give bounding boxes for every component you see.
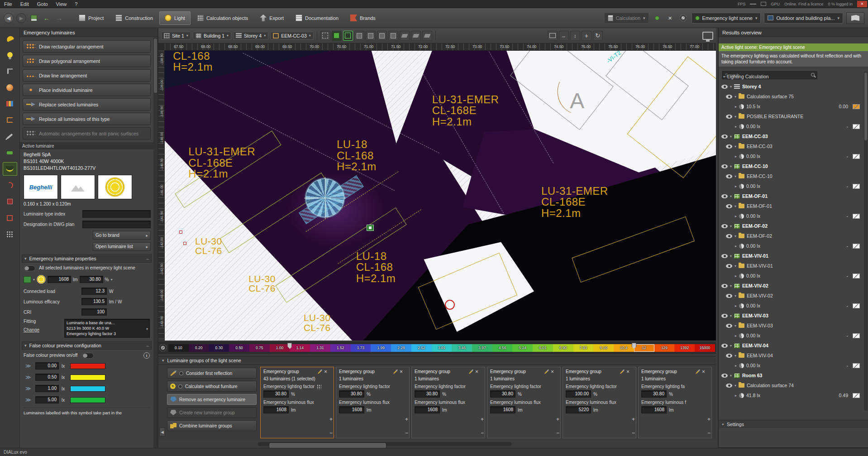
light-scene-dropdown[interactable]: Emergency light scene▾ [692,13,761,24]
view-perspective[interactable] [388,31,398,41]
cancel-button[interactable]: × [665,13,675,23]
scale-segment[interactable]: 9.10 [593,344,614,352]
render-solid[interactable] [332,31,342,41]
visibility-icon[interactable] [721,254,728,258]
tree-row-calculation-surface-75[interactable]: ▾Calculation surface 75 [719,91,863,101]
tree-value-row[interactable]: ▸10.5 lx0.00 [719,101,863,111]
tree-value-row[interactable]: ▸0.00 lx- [719,331,863,341]
scale-segment[interactable]: 12 [634,344,654,352]
plane-z[interactable] [422,31,432,41]
tab-export[interactable]: Export [254,11,289,25]
emergency-group-card[interactable]: Emergency group×1 luminairesEmergency li… [336,367,410,438]
threshold-colour-swatch[interactable] [70,374,105,380]
tree-value-row[interactable]: ▸0.00 lx- [719,360,863,370]
info-icon[interactable] [143,352,150,359]
scale-segment[interactable]: 0.50 [229,344,249,352]
scale-segment[interactable]: 4.56 [492,344,513,352]
emergency-factor-input[interactable]: 30.80 [80,276,103,283]
result-swatch[interactable] [853,274,860,278]
tree-value-row[interactable]: ▸0.00 lx- [719,271,863,281]
result-swatch[interactable] [853,124,860,129]
change-link[interactable]: Change [24,327,62,332]
chart-tool[interactable] [3,97,17,110]
emergency-group-card[interactable]: Emergency group×1 luminairesEmergency li… [411,367,485,438]
visibility-icon[interactable] [726,144,732,149]
results-scrollbar[interactable] [864,72,868,411]
menu-file[interactable]: File [0,0,16,8]
back-button[interactable]: ◀ [4,13,14,23]
spotlight-tool[interactable] [3,32,17,45]
threshold-colour-swatch[interactable] [70,386,105,392]
increase-button[interactable]: + [481,416,484,422]
visibility-icon[interactable] [726,174,732,178]
calculation-dropdown[interactable]: Calculation▾ [604,13,649,24]
decrease-button[interactable]: − [481,430,484,436]
scale-segment[interactable]: 3.01 [432,344,452,352]
result-swatch[interactable] [853,184,860,189]
visibility-icon[interactable] [726,384,732,388]
edit-group-icon[interactable] [393,370,398,374]
tree-row-eem-viv-01[interactable]: ▾EEM-VIV-01 [719,251,863,261]
tab-construction[interactable]: Construction [110,11,158,25]
visibility-icon[interactable] [726,95,732,99]
lighting-factor-input[interactable]: 30.80 [263,390,289,398]
tree-row-storey-4[interactable]: ▾Storey 4 [719,82,863,91]
threshold-value-input[interactable]: 5.00 [35,396,59,403]
crumb-storey-4[interactable]: Storey 4▾ [233,32,268,40]
decrease-button[interactable]: − [707,430,711,436]
luminous-efficacy-value[interactable]: 130.5 [81,298,107,305]
tree-row-calculation-surface-74[interactable]: ▾Calculation surface 74 [719,380,863,390]
menu-help[interactable]: ? [71,0,81,8]
tree-value-row[interactable]: ▸0.00 lx- [719,301,863,311]
visibility-icon[interactable] [726,294,732,298]
tree-row-eem-of-02[interactable]: ▾EEM-OF-02 [719,221,863,231]
scale-segment[interactable]: 6.90 [553,344,573,352]
lever-tool[interactable] [3,64,17,78]
scale-segment[interactable]: 2.62 [411,344,432,352]
left-panel-scrollbar[interactable] [153,38,157,448]
tree-row-eem-viv-02[interactable]: ▾EEM-VIV-02 [719,281,863,291]
tree-value-row[interactable]: ▸0.00 lx- [719,241,863,251]
luminous-flux-input[interactable]: 1608 [490,406,515,413]
lighting-factor-input[interactable]: 30.80 [415,390,440,398]
visibility-icon[interactable] [721,284,728,288]
menu-view[interactable]: View [52,0,71,8]
remove-group-icon[interactable]: × [400,370,403,374]
fitting-selector[interactable]: Luminario a base de una... 5213 lm 3000 … [64,319,150,338]
increase-button[interactable]: + [329,416,333,422]
decrease-button[interactable]: − [329,430,333,436]
emergency-group-card[interactable]: Emergency group×1 luminairesEmergency li… [563,367,636,438]
tree-value-row[interactable]: ▸0.00 lx- [719,181,863,191]
visibility-icon[interactable] [726,324,732,328]
threshold-value-input[interactable]: 0.50 [35,374,59,381]
crumb-eem-cc-03[interactable]: EEM-CC-03▾ [270,32,314,40]
photometric-tool[interactable] [3,162,17,176]
increase-button[interactable]: + [556,416,559,422]
radio-icon[interactable] [179,371,183,375]
emergency-group-card[interactable]: Emergency group×1 luminairesEmergency li… [638,367,712,438]
scale-segment[interactable]: 0.20 [189,344,209,352]
tab-light[interactable]: Light [159,11,191,25]
result-swatch[interactable] [853,104,860,109]
lighting-factor-input[interactable]: 30.80 [339,390,364,398]
calculate-without-furniture-button[interactable]: Calculate without furniture [167,381,257,392]
remove-group-icon[interactable]: × [324,370,327,374]
scrollbar-thumb[interactable] [154,38,157,93]
tree-row-eem-viv-03[interactable]: ▾EEM-VIV-03 [719,311,863,321]
draw-polygonal-arrangement-button[interactable]: Draw polygonal arrangement [23,55,151,67]
room-tool[interactable] [3,113,17,127]
visibility-icon[interactable] [726,115,732,119]
plan-view-button[interactable] [846,12,864,24]
restore-icon[interactable] [761,2,766,6]
tree-row-eem-of-01[interactable]: ▾EEM-OF-01 [719,201,863,211]
collapse-left-button[interactable]: ◀ [159,427,165,437]
tree-row-eem-cc-10[interactable]: ▾EEM-CC-10 [719,161,863,171]
go-to-brand-button[interactable]: Go to brand▸ [93,231,151,240]
increase-button[interactable]: + [405,416,408,422]
view-side[interactable] [377,31,387,41]
sphere-tool[interactable] [3,81,17,94]
export-view[interactable] [548,31,558,41]
scale-segment[interactable]: 129 [654,344,675,352]
save-button[interactable] [29,13,39,23]
visibility-icon[interactable] [726,234,732,238]
